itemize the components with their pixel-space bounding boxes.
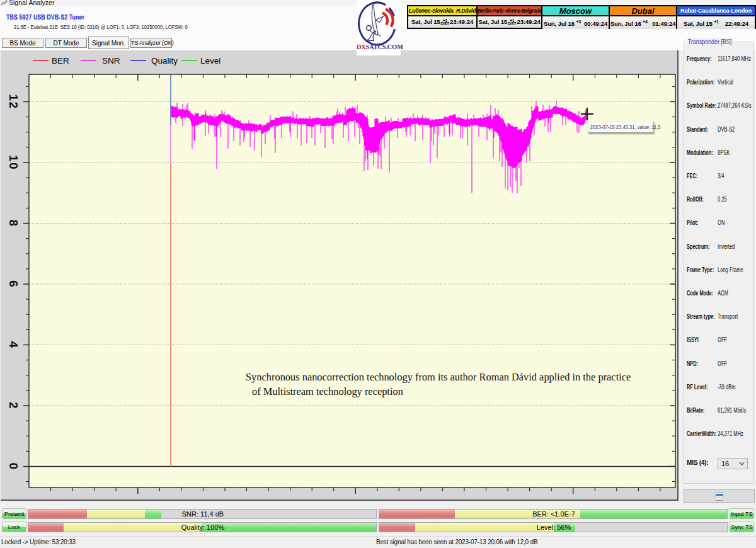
svg-text:2: 2 (7, 402, 20, 409)
svg-text:12: 12 (7, 94, 20, 109)
svg-text:4: 4 (7, 341, 20, 348)
svg-text:8: 8 (7, 219, 20, 227)
svg-text:SNR: SNR (102, 56, 120, 66)
svg-text:Quality: Quality (151, 56, 178, 66)
svg-text:BER: BER (52, 56, 69, 66)
svg-text:10: 10 (7, 155, 20, 170)
svg-text:Level: Level (200, 56, 220, 66)
svg-text:Synchronous nanocorrection tec: Synchronous nanocorrection technology fr… (246, 371, 631, 383)
svg-text:0: 0 (7, 462, 20, 470)
svg-text:6: 6 (7, 280, 20, 288)
svg-text:of Multistream technology rece: of Multistream technology reception (252, 385, 403, 397)
